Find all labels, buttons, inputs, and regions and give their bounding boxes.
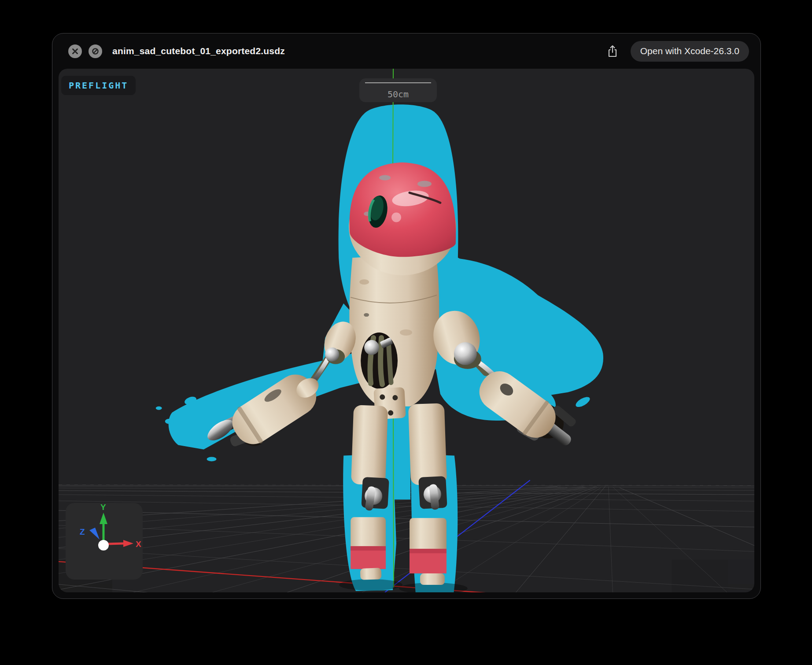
open-with-xcode-button[interactable]: Open with Xcode-26.3.0 xyxy=(631,41,749,62)
gizmo-canvas: Y X Z xyxy=(66,503,143,580)
gizmo-x-arrowhead xyxy=(123,540,133,547)
gizmo-z-arrowhead xyxy=(89,528,100,539)
quicklook-window: anim_sad_cutebot_01_exported2.usdz Open … xyxy=(52,33,761,599)
gizmo-x-label: X xyxy=(136,539,141,549)
scale-ruler-widget: 50cm xyxy=(359,78,437,102)
gizmo-y-arrowhead xyxy=(100,513,107,524)
orientation-gizmo[interactable]: Y X Z xyxy=(66,503,143,580)
scene-canvas[interactable] xyxy=(59,69,754,592)
gizmo-y-label: Y xyxy=(100,503,106,512)
titlebar: anim_sad_cutebot_01_exported2.usdz Open … xyxy=(52,33,760,69)
blocked-icon xyxy=(92,48,99,55)
gizmo-x-arrow xyxy=(108,543,124,544)
gizmo-origin-dot xyxy=(98,540,109,550)
3d-viewport[interactable]: PREFLIGHT 50cm Y X Z xyxy=(59,69,754,592)
y-axis-line-bottom xyxy=(393,416,394,587)
window-title: anim_sad_cutebot_01_exported2.usdz xyxy=(112,46,285,56)
close-button[interactable] xyxy=(68,44,82,58)
scale-ruler-line xyxy=(365,82,431,83)
share-icon[interactable] xyxy=(607,44,618,58)
gizmo-z-label: Z xyxy=(80,527,85,536)
close-icon xyxy=(72,48,78,55)
preflight-badge: PREFLIGHT xyxy=(61,76,136,95)
blocked-button[interactable] xyxy=(89,44,102,58)
scale-ruler-label: 50cm xyxy=(359,89,437,100)
